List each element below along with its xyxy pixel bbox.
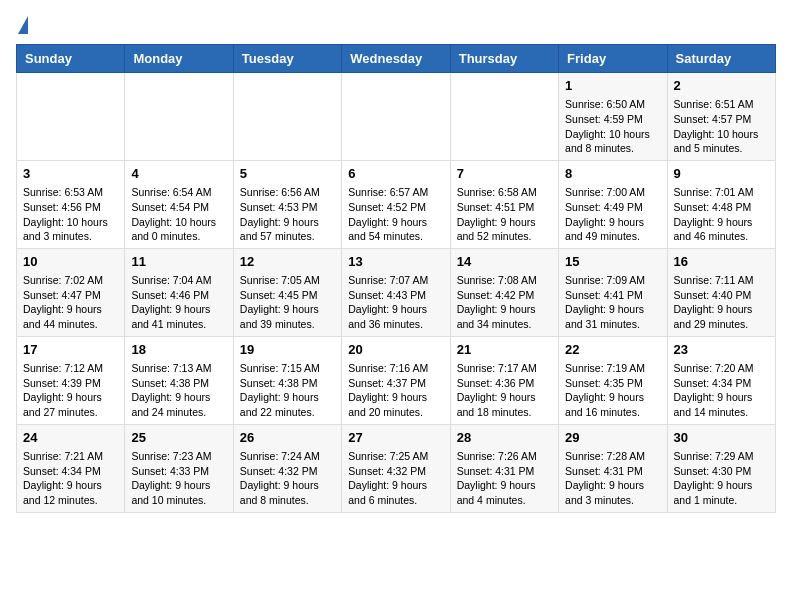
calendar-cell: 1Sunrise: 6:50 AMSunset: 4:59 PMDaylight… — [559, 73, 667, 161]
day-number: 8 — [565, 165, 660, 183]
calendar-header-thursday: Thursday — [450, 45, 558, 73]
calendar-cell: 22Sunrise: 7:19 AMSunset: 4:35 PMDayligh… — [559, 336, 667, 424]
calendar-header-monday: Monday — [125, 45, 233, 73]
cell-info: Sunset: 4:32 PM — [348, 464, 443, 479]
cell-info: Sunset: 4:36 PM — [457, 376, 552, 391]
calendar-cell: 16Sunrise: 7:11 AMSunset: 4:40 PMDayligh… — [667, 248, 775, 336]
calendar-cell: 29Sunrise: 7:28 AMSunset: 4:31 PMDayligh… — [559, 424, 667, 512]
cell-info: Sunset: 4:46 PM — [131, 288, 226, 303]
cell-info: Sunset: 4:56 PM — [23, 200, 118, 215]
calendar-cell: 24Sunrise: 7:21 AMSunset: 4:34 PMDayligh… — [17, 424, 125, 512]
cell-info: Daylight: 9 hours and 44 minutes. — [23, 302, 118, 331]
cell-info: Daylight: 9 hours and 6 minutes. — [348, 478, 443, 507]
cell-info: Daylight: 9 hours and 18 minutes. — [457, 390, 552, 419]
calendar-header-sunday: Sunday — [17, 45, 125, 73]
calendar-cell: 15Sunrise: 7:09 AMSunset: 4:41 PMDayligh… — [559, 248, 667, 336]
calendar-week-row: 1Sunrise: 6:50 AMSunset: 4:59 PMDaylight… — [17, 73, 776, 161]
day-number: 27 — [348, 429, 443, 447]
cell-info: Daylight: 9 hours and 16 minutes. — [565, 390, 660, 419]
cell-info: Sunrise: 7:28 AM — [565, 449, 660, 464]
calendar-cell: 18Sunrise: 7:13 AMSunset: 4:38 PMDayligh… — [125, 336, 233, 424]
calendar-cell: 28Sunrise: 7:26 AMSunset: 4:31 PMDayligh… — [450, 424, 558, 512]
cell-info: Sunrise: 7:19 AM — [565, 361, 660, 376]
cell-info: Daylight: 10 hours and 3 minutes. — [23, 215, 118, 244]
cell-info: Sunset: 4:35 PM — [565, 376, 660, 391]
day-number: 14 — [457, 253, 552, 271]
calendar-cell: 3Sunrise: 6:53 AMSunset: 4:56 PMDaylight… — [17, 160, 125, 248]
cell-info: Sunrise: 7:16 AM — [348, 361, 443, 376]
cell-info: Daylight: 9 hours and 3 minutes. — [565, 478, 660, 507]
cell-info: Sunset: 4:59 PM — [565, 112, 660, 127]
day-number: 16 — [674, 253, 769, 271]
cell-info: Sunrise: 6:57 AM — [348, 185, 443, 200]
cell-info: Daylight: 9 hours and 24 minutes. — [131, 390, 226, 419]
cell-info: Sunset: 4:49 PM — [565, 200, 660, 215]
day-number: 9 — [674, 165, 769, 183]
cell-info: Daylight: 9 hours and 41 minutes. — [131, 302, 226, 331]
cell-info: Daylight: 9 hours and 52 minutes. — [457, 215, 552, 244]
cell-info: Sunset: 4:42 PM — [457, 288, 552, 303]
cell-info: Daylight: 9 hours and 22 minutes. — [240, 390, 335, 419]
cell-info: Sunrise: 6:54 AM — [131, 185, 226, 200]
calendar-cell: 4Sunrise: 6:54 AMSunset: 4:54 PMDaylight… — [125, 160, 233, 248]
calendar-cell: 23Sunrise: 7:20 AMSunset: 4:34 PMDayligh… — [667, 336, 775, 424]
day-number: 15 — [565, 253, 660, 271]
cell-info: Sunrise: 6:58 AM — [457, 185, 552, 200]
cell-info: Sunrise: 7:08 AM — [457, 273, 552, 288]
cell-info: Sunset: 4:51 PM — [457, 200, 552, 215]
day-number: 25 — [131, 429, 226, 447]
cell-info: Sunset: 4:54 PM — [131, 200, 226, 215]
cell-info: Sunrise: 7:01 AM — [674, 185, 769, 200]
day-number: 17 — [23, 341, 118, 359]
calendar-week-row: 10Sunrise: 7:02 AMSunset: 4:47 PMDayligh… — [17, 248, 776, 336]
calendar-cell: 19Sunrise: 7:15 AMSunset: 4:38 PMDayligh… — [233, 336, 341, 424]
calendar-cell: 21Sunrise: 7:17 AMSunset: 4:36 PMDayligh… — [450, 336, 558, 424]
calendar-cell: 12Sunrise: 7:05 AMSunset: 4:45 PMDayligh… — [233, 248, 341, 336]
cell-info: Sunrise: 7:13 AM — [131, 361, 226, 376]
cell-info: Sunrise: 7:04 AM — [131, 273, 226, 288]
cell-info: Sunrise: 6:53 AM — [23, 185, 118, 200]
calendar-cell: 7Sunrise: 6:58 AMSunset: 4:51 PMDaylight… — [450, 160, 558, 248]
cell-info: Sunrise: 7:26 AM — [457, 449, 552, 464]
calendar-cell: 13Sunrise: 7:07 AMSunset: 4:43 PMDayligh… — [342, 248, 450, 336]
day-number: 18 — [131, 341, 226, 359]
calendar-cell: 6Sunrise: 6:57 AMSunset: 4:52 PMDaylight… — [342, 160, 450, 248]
cell-info: Sunrise: 7:05 AM — [240, 273, 335, 288]
calendar-header-saturday: Saturday — [667, 45, 775, 73]
cell-info: Sunrise: 7:29 AM — [674, 449, 769, 464]
day-number: 12 — [240, 253, 335, 271]
calendar-cell: 17Sunrise: 7:12 AMSunset: 4:39 PMDayligh… — [17, 336, 125, 424]
cell-info: Sunrise: 7:12 AM — [23, 361, 118, 376]
calendar-header-friday: Friday — [559, 45, 667, 73]
cell-info: Daylight: 9 hours and 36 minutes. — [348, 302, 443, 331]
cell-info: Sunrise: 7:09 AM — [565, 273, 660, 288]
cell-info: Sunset: 4:43 PM — [348, 288, 443, 303]
day-number: 3 — [23, 165, 118, 183]
day-number: 29 — [565, 429, 660, 447]
calendar-cell: 30Sunrise: 7:29 AMSunset: 4:30 PMDayligh… — [667, 424, 775, 512]
cell-info: Daylight: 9 hours and 27 minutes. — [23, 390, 118, 419]
day-number: 19 — [240, 341, 335, 359]
cell-info: Sunset: 4:31 PM — [565, 464, 660, 479]
cell-info: Sunrise: 6:56 AM — [240, 185, 335, 200]
calendar-cell: 14Sunrise: 7:08 AMSunset: 4:42 PMDayligh… — [450, 248, 558, 336]
calendar-cell: 20Sunrise: 7:16 AMSunset: 4:37 PMDayligh… — [342, 336, 450, 424]
logo — [16, 16, 28, 32]
day-number: 11 — [131, 253, 226, 271]
cell-info: Daylight: 9 hours and 39 minutes. — [240, 302, 335, 331]
cell-info: Daylight: 9 hours and 12 minutes. — [23, 478, 118, 507]
cell-info: Sunset: 4:38 PM — [240, 376, 335, 391]
day-number: 28 — [457, 429, 552, 447]
day-number: 24 — [23, 429, 118, 447]
cell-info: Sunrise: 7:15 AM — [240, 361, 335, 376]
day-number: 13 — [348, 253, 443, 271]
cell-info: Daylight: 10 hours and 0 minutes. — [131, 215, 226, 244]
calendar-week-row: 17Sunrise: 7:12 AMSunset: 4:39 PMDayligh… — [17, 336, 776, 424]
calendar-cell — [233, 73, 341, 161]
calendar-cell — [125, 73, 233, 161]
day-number: 6 — [348, 165, 443, 183]
cell-info: Sunset: 4:48 PM — [674, 200, 769, 215]
cell-info: Sunrise: 7:20 AM — [674, 361, 769, 376]
day-number: 4 — [131, 165, 226, 183]
day-number: 22 — [565, 341, 660, 359]
